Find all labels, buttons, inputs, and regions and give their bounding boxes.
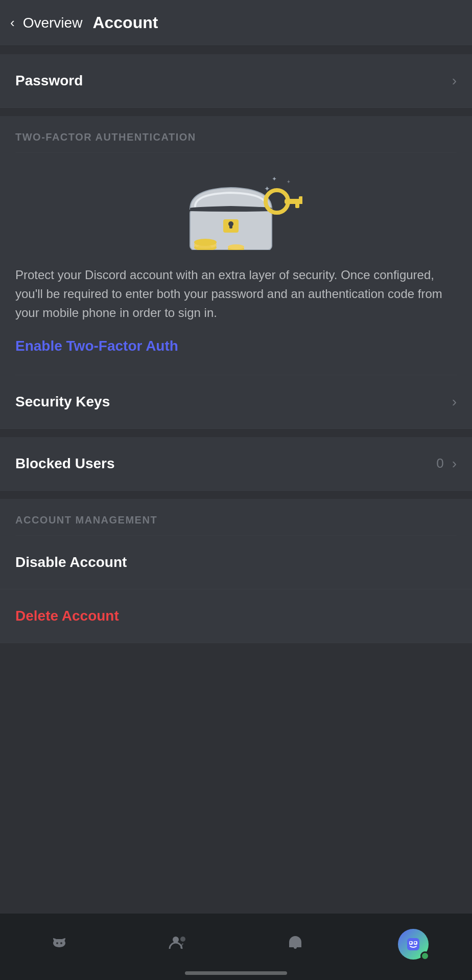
bottom-nav xyxy=(0,914,472,980)
header-overview-label: Overview xyxy=(23,15,83,31)
online-indicator xyxy=(420,951,430,961)
page-content: Password › TWO-FACTOR AUTHENTICATION xyxy=(0,46,472,736)
svg-rect-12 xyxy=(299,196,302,201)
nav-friends[interactable] xyxy=(157,926,198,962)
section-spacer-2 xyxy=(0,108,472,116)
security-keys-label: Security Keys xyxy=(15,394,110,410)
blocked-users-count: 0 xyxy=(436,455,443,471)
friends-icon xyxy=(167,932,187,957)
svg-text:+: + xyxy=(287,179,290,185)
back-button[interactable]: ‹ xyxy=(10,15,15,31)
blocked-users-chevron-icon: › xyxy=(452,455,457,472)
account-mgmt-header-label: ACCOUNT MANAGEMENT xyxy=(15,514,157,526)
home-indicator xyxy=(185,971,287,975)
header: ‹ Overview Account xyxy=(0,0,472,46)
enable-tfa-button[interactable]: Enable Two-Factor Auth xyxy=(15,338,457,354)
svg-point-18 xyxy=(60,942,62,944)
blocked-users-right: 0 › xyxy=(436,455,457,472)
tfa-description: Protect your Discord account with an ext… xyxy=(15,265,457,323)
svg-point-7 xyxy=(197,245,211,250)
security-keys-row[interactable]: Security Keys › xyxy=(0,375,472,429)
section-spacer-1 xyxy=(0,46,472,54)
profile-avatar xyxy=(398,929,429,960)
security-keys-chevron-icon: › xyxy=(452,394,457,410)
security-keys-chevron-area: › xyxy=(452,394,457,410)
section-spacer-4 xyxy=(0,491,472,499)
nav-profile[interactable] xyxy=(393,926,434,962)
password-section: Password › xyxy=(0,54,472,108)
svg-rect-21 xyxy=(407,938,419,950)
svg-text:✦: ✦ xyxy=(272,175,277,183)
password-label: Password xyxy=(15,73,83,89)
svg-point-20 xyxy=(180,937,185,942)
bell-icon xyxy=(285,932,305,957)
svg-point-24 xyxy=(410,942,412,944)
delete-account-label: Delete Account xyxy=(15,608,119,624)
account-management-section: ACCOUNT MANAGEMENT Disable Account Delet… xyxy=(0,499,472,643)
svg-point-19 xyxy=(173,937,179,943)
blocked-users-label: Blocked Users xyxy=(15,455,115,472)
nav-home[interactable] xyxy=(39,926,80,962)
svg-point-9 xyxy=(228,244,244,249)
header-title: Account xyxy=(92,13,158,32)
svg-text:✦: ✦ xyxy=(264,185,270,193)
nav-notifications[interactable] xyxy=(275,926,316,962)
blocked-users-row[interactable]: Blocked Users 0 › xyxy=(0,437,472,491)
password-row[interactable]: Password › xyxy=(0,54,472,108)
tfa-content: ✦ + ✦ Protect your Discord account with … xyxy=(0,153,472,375)
account-mgmt-header: ACCOUNT MANAGEMENT xyxy=(0,499,472,535)
svg-point-25 xyxy=(414,942,416,944)
tfa-illustration: ✦ + ✦ xyxy=(15,168,457,250)
delete-account-row[interactable]: Delete Account xyxy=(0,589,472,643)
discord-home-icon xyxy=(49,932,69,957)
tfa-header-label: TWO-FACTOR AUTHENTICATION xyxy=(15,131,196,143)
tfa-section: TWO-FACTOR AUTHENTICATION xyxy=(0,116,472,429)
password-chevron-area: › xyxy=(452,73,457,89)
svg-point-6 xyxy=(194,239,217,246)
disable-account-row[interactable]: Disable Account xyxy=(0,536,472,589)
blocked-users-section: Blocked Users 0 › xyxy=(0,437,472,491)
password-chevron-icon: › xyxy=(452,73,457,89)
disable-account-label: Disable Account xyxy=(15,554,127,571)
tfa-section-header: TWO-FACTOR AUTHENTICATION xyxy=(0,116,472,152)
section-spacer-3 xyxy=(0,429,472,437)
svg-rect-13 xyxy=(295,203,299,208)
svg-point-17 xyxy=(56,942,58,944)
section-spacer-6 xyxy=(0,651,472,659)
section-spacer-5 xyxy=(0,643,472,651)
svg-rect-3 xyxy=(229,224,232,229)
